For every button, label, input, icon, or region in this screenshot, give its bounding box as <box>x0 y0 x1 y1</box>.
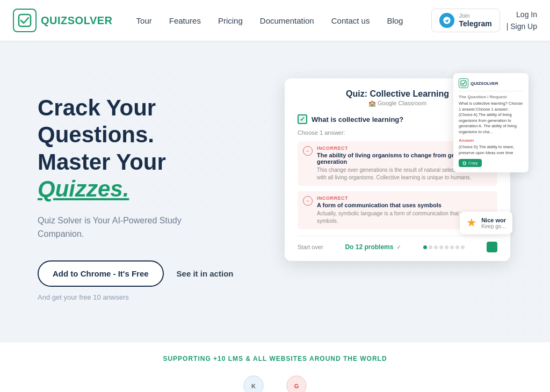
dot-2 <box>429 245 432 249</box>
plugin-panel-header: QUIZSOLVER <box>459 78 523 91</box>
plugin-panel: QUIZSOLVER The Question / Request What i… <box>453 73 529 172</box>
nav-contact[interactable]: Contact us <box>324 12 378 30</box>
dot-5 <box>445 245 448 249</box>
dot-3 <box>434 245 438 249</box>
plugin-request-label: The Question / Request <box>459 95 523 99</box>
dot-6 <box>450 245 454 249</box>
logo[interactable]: QUIZSOLVER <box>13 9 113 32</box>
lms-logo-2: G <box>283 372 310 392</box>
plugin-logo-icon <box>459 78 468 88</box>
quiz-progress-dots <box>423 245 465 249</box>
see-in-action-link[interactable]: See it in action <box>177 269 234 278</box>
quiz-nav-button[interactable] <box>487 242 497 252</box>
dot-4 <box>439 245 443 249</box>
logo-icon <box>13 9 37 32</box>
plugin-title: QUIZSOLVER <box>471 81 498 86</box>
supporting-text: SUPPORTING +10 LMS & ALL WEBSITES AROUND… <box>11 355 539 362</box>
svg-text:G: G <box>294 383 299 389</box>
hero-right: Quiz: Collective Learning 🏫 Google Class… <box>285 73 518 261</box>
dot-7 <box>455 245 459 249</box>
telegram-label: Join Telegram <box>459 12 491 28</box>
telegram-icon <box>439 13 454 28</box>
hero-left: Crack Your Questions. Master Your Quizze… <box>38 73 263 301</box>
lms-logo-1: K <box>240 372 267 392</box>
signup-link[interactable]: Sign Up <box>510 22 537 31</box>
login-link[interactable]: Log In <box>516 9 537 20</box>
star-badge: ★ Nice wor Keep go... <box>460 212 512 234</box>
quiz-bottom: Start over Do 12 problems ✓ <box>298 236 497 252</box>
nav-pricing[interactable]: Pricing <box>211 12 250 30</box>
footer-section: SUPPORTING +10 LMS & ALL WEBSITES AROUND… <box>0 342 550 392</box>
svg-text:K: K <box>251 383 256 389</box>
incorrect-icon-2: − <box>303 196 313 206</box>
plugin-answer-text: (Choice D) The ability to share, preserv… <box>459 144 523 156</box>
incorrect-icon-1: − <box>303 146 313 156</box>
nav-features[interactable]: Features <box>162 12 208 30</box>
footer-logos: K G <box>11 372 539 392</box>
nav-tour[interactable]: Tour <box>129 12 160 30</box>
logo-text: QUIZSOLVER <box>41 14 113 27</box>
hero-subtitle: Quiz Solver is Your AI-Powered Study Com… <box>38 214 209 241</box>
navbar: QUIZSOLVER Tour Features Pricing Documen… <box>0 0 550 41</box>
incorrect-label-2: INCORRECT <box>317 195 492 201</box>
quiz-start-over[interactable]: Start over <box>298 244 323 250</box>
quiz-problems: Do 12 problems ✓ <box>345 243 401 251</box>
add-to-chrome-button[interactable]: Add to Chrome - It's Free <box>38 260 164 287</box>
dot-1 <box>423 245 427 249</box>
plugin-copy-button[interactable]: Copy <box>459 159 482 167</box>
option-text-2: A form of communication that uses symbol… <box>317 202 492 208</box>
hero-note: And get your free 10 anwsers <box>38 293 263 301</box>
nav-auth: Log In | Sign Up <box>506 9 537 33</box>
quiz-checkbox-icon: ✓ <box>298 114 307 124</box>
plugin-answer-label: Answer <box>459 138 523 143</box>
nav-blog[interactable]: Blog <box>379 12 410 30</box>
plugin-request-text: What is collective learning? Choose 1 an… <box>459 101 523 135</box>
star-icon: ★ <box>466 216 477 230</box>
hero-buttons: Add to Chrome - It's Free See it in acti… <box>38 260 263 287</box>
nav-documentation[interactable]: Documentation <box>252 12 322 30</box>
star-text: Nice wor Keep go... <box>481 217 506 229</box>
telegram-button[interactable]: Join Telegram <box>431 9 500 32</box>
nav-links: Tour Features Pricing Documentation Cont… <box>129 12 432 30</box>
hero-title: Crack Your Questions. Master Your Quizze… <box>38 95 263 203</box>
main-content: Crack Your Questions. Master Your Quizze… <box>0 41 550 342</box>
dot-8 <box>461 245 465 249</box>
